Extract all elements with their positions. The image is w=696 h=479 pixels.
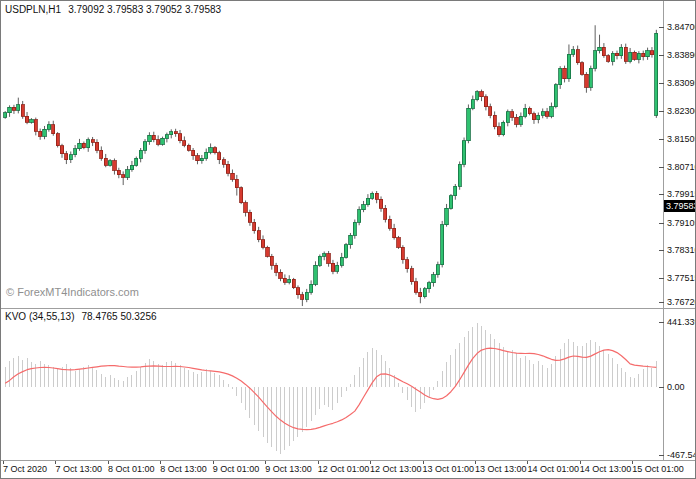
time-axis-label: 7 Oct 2020 <box>3 464 47 474</box>
price-axis-tick <box>659 27 664 28</box>
price-axis-tick <box>659 139 664 140</box>
price-axis-label: 3.80710 <box>667 162 696 172</box>
quote-header: USDPLN,H13.79092 3.79583 3.79052 3.79583 <box>5 4 221 15</box>
kvo-title: KVO (34,55,13) <box>5 311 74 322</box>
watermark-text: © ForexMT4Indicators.com <box>6 286 139 298</box>
time-axis-label: 14 Oct 01:00 <box>527 464 579 474</box>
price-axis-tick <box>659 250 664 251</box>
price-axis-label: 3.81505 <box>667 134 696 144</box>
kvo-axis-tick <box>659 387 664 388</box>
price-axis-label: 3.79105 <box>667 218 696 228</box>
time-axis-label: 13 Oct 01:00 <box>423 464 475 474</box>
price-axis-label: 3.84700 <box>667 22 696 32</box>
time-axis-label: 9 Oct 13:00 <box>265 464 312 474</box>
time-axis-label: 7 Oct 13:00 <box>55 464 102 474</box>
time-axis-label: 8 Oct 01:00 <box>108 464 155 474</box>
price-axis-tick <box>659 194 664 195</box>
quote-ohlc-values: 3.79092 3.79583 3.79052 3.79583 <box>68 4 221 15</box>
time-axis-label: 14 Oct 13:00 <box>580 464 632 474</box>
price-axis-tick <box>659 55 664 56</box>
price-axis-tick <box>659 111 664 112</box>
price-axis-label: 3.76720 <box>667 297 696 307</box>
price-axis-separator <box>663 1 664 461</box>
price-axis-label: 3.78310 <box>667 245 696 255</box>
kvo-axis-tick <box>659 455 664 456</box>
price-axis-tick <box>659 278 664 279</box>
price-axis-label: 3.83095 <box>667 78 696 88</box>
kvo-axis-label: 0.00 <box>667 382 685 392</box>
kvo-values: 78.4765 50.3256 <box>81 311 156 322</box>
kvo-indicator-header: KVO (34,55,13)78.4765 50.3256 <box>5 311 157 322</box>
time-axis-label: 15 Oct 01:00 <box>632 464 684 474</box>
price-axis-tick <box>659 167 664 168</box>
price-axis-tick <box>659 223 664 224</box>
price-axis-tick <box>659 302 664 303</box>
price-axis-tick <box>659 83 664 84</box>
kvo-oscillator-chart[interactable] <box>2 309 662 460</box>
price-axis-label: 3.83890 <box>667 50 696 60</box>
candlestick-chart[interactable] <box>2 1 662 308</box>
price-axis-label: 3.77515 <box>667 273 696 283</box>
price-axis-label: 3.82300 <box>667 106 696 116</box>
price-axis-label: 3.79915 <box>667 189 696 199</box>
current-price-tag: 3.79583 <box>664 200 696 212</box>
time-axis-separator <box>1 460 696 461</box>
symbol-timeframe-label: USDPLN,H1 <box>5 4 61 15</box>
kvo-axis-label: -467.5434 <box>667 450 696 460</box>
time-axis-label: 9 Oct 01:00 <box>213 464 260 474</box>
mt4-chart-window: USDPLN,H13.79092 3.79583 3.79052 3.79583… <box>0 0 696 479</box>
time-axis-label: 12 Oct 01:00 <box>318 464 370 474</box>
time-axis-label: 13 Oct 13:00 <box>475 464 527 474</box>
kvo-axis-tick <box>659 322 664 323</box>
kvo-axis-label: 441.3394 <box>667 317 696 327</box>
time-axis-label: 12 Oct 13:00 <box>370 464 422 474</box>
time-axis-label: 8 Oct 13:00 <box>160 464 207 474</box>
